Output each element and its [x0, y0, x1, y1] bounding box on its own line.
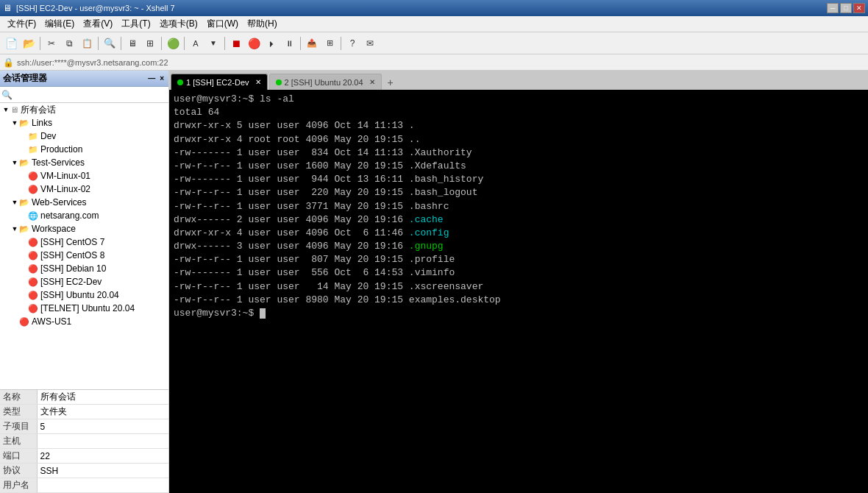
cursor-block — [260, 308, 266, 319]
window-controls: ─ □ ✕ — [827, 3, 865, 13]
tree-area: ▼ 🖥 所有会话 ▼ 📂 Links 📁 Dev 📁 Production — [0, 103, 168, 389]
tree-item-aws-us1[interactable]: 🔴 AWS-US1 — [0, 315, 168, 328]
terminal-line: -rw------- 1 user user 944 Oct 13 16:11 … — [174, 173, 864, 186]
info-label-type: 类型 — [0, 405, 37, 419]
compose-button[interactable]: ✉ — [362, 35, 378, 52]
help-button[interactable]: ? — [344, 35, 360, 52]
info-row-port: 端口 22 — [0, 449, 168, 464]
tab-label-ec2dev: 1 [SSH] EC2-Dev — [186, 78, 249, 87]
folder-icon-test-services: 📂 — [19, 158, 29, 168]
folder-icon-dev: 📁 — [28, 132, 38, 141]
search-input[interactable] — [13, 91, 167, 99]
color-button[interactable]: 🟢 — [165, 35, 181, 52]
toolbar-separator-5 — [184, 37, 185, 50]
ssh-icon-vm-linux-01: 🔴 — [28, 171, 38, 181]
add-tab-button[interactable]: + — [383, 75, 398, 90]
dropdown-button[interactable]: ▼ — [205, 35, 221, 52]
menu-edit[interactable]: 编辑(E) — [40, 16, 79, 32]
tree-item-production[interactable]: 📁 Production — [0, 143, 168, 156]
ssh-icon-aws-us1: 🔴 — [19, 317, 29, 327]
stop-button[interactable]: ⏹ — [228, 35, 244, 52]
tree-label-vm-linux-01: VM-Linux-01 — [40, 171, 90, 181]
tree-item-test-services[interactable]: ▼ 📂 Test-Services — [0, 156, 168, 169]
tree-label-vm-linux-02: VM-Linux-02 — [40, 184, 90, 194]
tree-item-centos7[interactable]: 🔴 [SSH] CentOS 7 — [0, 235, 168, 249]
paste-button[interactable]: 📋 — [79, 35, 95, 52]
tree-label-all-sessions: 所有会话 — [21, 104, 56, 116]
info-panel: 名称 所有会话 类型 文件夹 子项目 5 主机 端口 22 — [0, 389, 168, 493]
tree-item-centos8[interactable]: 🔴 [SSH] CentOS 8 — [0, 249, 168, 262]
copy-button[interactable]: ⧉ — [61, 35, 77, 52]
folder-icon-production: 📁 — [28, 145, 38, 155]
menu-view[interactable]: 查看(V) — [79, 16, 117, 32]
tab-ec2dev[interactable]: 1 [SSH] EC2-Dev ✕ — [171, 74, 268, 90]
menu-window[interactable]: 窗口(W) — [202, 16, 243, 32]
tree-label-telnet-ubuntu: [TELNET] Ubuntu 20.04 — [40, 303, 135, 313]
tree-label-centos7: [SSH] CentOS 7 — [40, 237, 104, 247]
tree-item-workspace[interactable]: ▼ 📂 Workspace — [0, 222, 168, 235]
tree-label-debian10: [SSH] Debian 10 — [40, 263, 106, 274]
globe-icon-netsarang: 🌐 — [28, 211, 38, 221]
info-row-name: 名称 所有会话 — [0, 390, 168, 405]
info-value-subitems: 5 — [37, 419, 168, 434]
tree-item-debian10[interactable]: 🔴 [SSH] Debian 10 — [0, 262, 168, 275]
terminal-line: user@mysvr3:~$ ls -al — [174, 93, 864, 106]
tree-item-links[interactable]: ▼ 📂 Links — [0, 116, 168, 130]
menu-tools[interactable]: 工具(T) — [117, 16, 154, 32]
panel-minimize-button[interactable]: — — [146, 74, 157, 82]
app-icon: 🖥 — [3, 3, 12, 13]
new-file-button[interactable]: 📄 — [3, 35, 19, 52]
tree-item-vm-linux-02[interactable]: 🔴 VM-Linux-02 — [0, 182, 168, 196]
toolbar-separator-1 — [40, 37, 40, 50]
tab-dot-ec2dev — [177, 79, 183, 85]
ssh-icon-debian10: 🔴 — [28, 264, 38, 274]
pause-button[interactable]: ⏸ — [281, 35, 297, 52]
tree-label-ubuntu2004: [SSH] Ubuntu 20.04 — [40, 290, 119, 300]
tree-item-telnet-ubuntu[interactable]: 🔴 [TELNET] Ubuntu 20.04 — [0, 302, 168, 315]
maximize-button[interactable]: □ — [840, 3, 852, 13]
tree-item-web-services[interactable]: ▼ 📂 Web-Services — [0, 196, 168, 209]
send-button[interactable]: 📤 — [304, 35, 320, 52]
tree-item-dev[interactable]: 📁 Dev — [0, 130, 168, 143]
tree-label-netsarang: netsarang.com — [40, 210, 99, 221]
close-button[interactable]: ✕ — [853, 3, 865, 13]
tree-arrow-all-sessions: ▼ — [1, 106, 10, 113]
search-bar: 🔍 — [0, 87, 168, 103]
info-row-username: 用户名 — [0, 478, 168, 493]
menu-tabs[interactable]: 选项卡(B) — [155, 16, 202, 32]
minimize-button[interactable]: ─ — [827, 3, 839, 13]
search-button[interactable]: 🔍 — [102, 35, 118, 52]
open-button[interactable]: 📂 — [21, 35, 37, 52]
info-label-username: 用户名 — [0, 478, 37, 493]
tree-item-ec2dev[interactable]: 🔴 [SSH] EC2-Dev — [0, 275, 168, 288]
ssh-icon-ubuntu2004: 🔴 — [28, 291, 38, 300]
terminal[interactable]: user@mysvr3:~$ ls -altotal 64drwxr-xr-x … — [169, 90, 868, 493]
panel-close-button[interactable]: × — [158, 74, 166, 82]
session-manager-button[interactable]: 🖥 — [124, 35, 140, 52]
menu-help[interactable]: 帮助(H) — [243, 16, 282, 32]
tree-item-all-sessions[interactable]: ▼ 🖥 所有会话 — [0, 103, 168, 116]
tree-arrow-links: ▼ — [10, 119, 19, 127]
tree-label-aws-us1: AWS-US1 — [32, 316, 71, 327]
folder-icon-web-services: 📂 — [19, 198, 29, 208]
menu-file[interactable]: 文件(F) — [3, 16, 40, 32]
record-button[interactable]: 🔴 — [246, 35, 262, 52]
tab-close-ubuntu2004[interactable]: ✕ — [369, 78, 375, 86]
tree-item-vm-linux-01[interactable]: 🔴 VM-Linux-01 — [0, 169, 168, 182]
main-area: 会话管理器 — × 🔍 ▼ 🖥 所有会话 ▼ 📂 Links — [0, 71, 868, 493]
grid-button[interactable]: ⊞ — [321, 35, 338, 52]
tab-close-ec2dev[interactable]: ✕ — [255, 78, 261, 86]
tab-dot-ubuntu2004 — [276, 79, 282, 85]
play-button[interactable]: ⏵ — [263, 35, 280, 52]
tree-label-centos8: [SSH] CentOS 8 — [40, 250, 104, 260]
tree-item-ubuntu2004[interactable]: 🔴 [SSH] Ubuntu 20.04 — [0, 288, 168, 302]
font-button[interactable]: A — [188, 35, 204, 52]
toolbar: 📄 📂 ✂ ⧉ 📋 🔍 🖥 ⊞ 🟢 A ▼ ⏹ 🔴 ⏵ ⏸ 📤 ⊞ ? ✉ — [0, 32, 868, 54]
terminal-line: total 64 — [174, 106, 864, 119]
cut-button[interactable]: ✂ — [43, 35, 60, 52]
tab-ubuntu2004[interactable]: 2 [SSH] Ubuntu 20.04 ✕ — [269, 74, 382, 90]
toolbar-separator-7 — [300, 37, 301, 50]
tree-item-netsarang[interactable]: 🌐 netsarang.com — [0, 209, 168, 222]
terminal-line: -rw-r--r-- 1 user user 14 May 20 19:15 .… — [174, 280, 864, 294]
new-tab-button[interactable]: ⊞ — [142, 35, 158, 52]
